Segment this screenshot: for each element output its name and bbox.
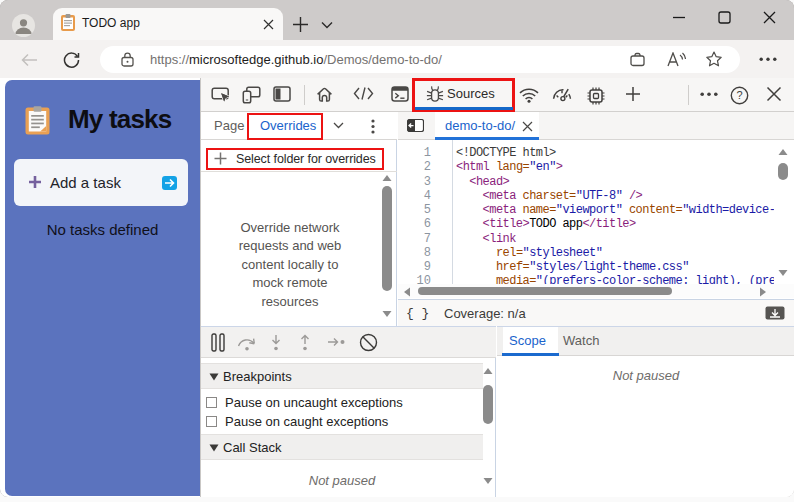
svg-text:?: ? (736, 89, 742, 101)
